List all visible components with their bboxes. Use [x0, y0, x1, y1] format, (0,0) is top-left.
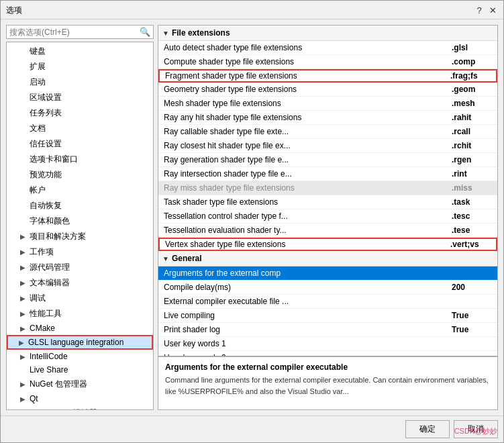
- settings-row[interactable]: Print shader log True: [158, 323, 497, 337]
- tree-item[interactable]: ▶GLSL language integration: [7, 335, 153, 350]
- setting-name: Print shader log: [164, 325, 452, 334]
- settings-row[interactable]: Ray generation shader type file e... .rg…: [158, 153, 497, 167]
- tree-item[interactable]: 启动: [7, 75, 153, 90]
- tree-item-label: 字体和颜色: [30, 215, 70, 227]
- tree-item[interactable]: 信任设置: [7, 136, 153, 152]
- tree-item-label: 文本编辑器: [30, 277, 70, 289]
- expand-icon: ▶: [20, 233, 27, 240]
- tree-item[interactable]: Live Share: [7, 363, 153, 377]
- tree-item[interactable]: 预览功能: [7, 167, 153, 183]
- settings-row[interactable]: Arguments for the external comp: [158, 266, 497, 281]
- help-button[interactable]: ?: [474, 5, 485, 16]
- left-panel: 🔍 键盘 扩展 启动 区域设置 任务列表 文档 信任设置 选项卡和窗口 预览功能…: [6, 25, 154, 410]
- settings-row[interactable]: Auto detect shader type file extensions …: [158, 41, 497, 55]
- search-input[interactable]: [9, 28, 137, 37]
- settings-row[interactable]: Ray callable shader type file exte... .r…: [158, 125, 497, 139]
- tree-panel[interactable]: 键盘 扩展 启动 区域设置 任务列表 文档 信任设置 选项卡和窗口 预览功能 帐…: [6, 42, 154, 410]
- setting-value: .tesc: [452, 211, 492, 221]
- description-panel: Arguments for the external compiler exec…: [158, 356, 497, 409]
- tree-item-label: 工作项: [30, 246, 54, 258]
- setting-name: Auto detect shader type file extensions: [164, 43, 452, 52]
- setting-value: .task: [452, 197, 492, 207]
- settings-row[interactable]: Ray miss shader type file extensions .mi…: [158, 181, 497, 195]
- setting-name: User key words 1: [164, 339, 452, 348]
- settings-row[interactable]: Compile delay(ms) 200: [158, 281, 497, 295]
- settings-row[interactable]: Compute shader type file extensions .com…: [158, 55, 497, 69]
- settings-row[interactable]: User key words 2: [158, 351, 497, 356]
- title-bar: 选项 ? ✕: [1, 1, 503, 19]
- setting-value: .tese: [452, 226, 492, 235]
- setting-value: True: [452, 325, 492, 334]
- settings-row[interactable]: Tessellation control shader type f... .t…: [158, 209, 497, 224]
- expand-icon: ▶: [20, 381, 27, 388]
- tree-item[interactable]: 扩展: [7, 59, 153, 75]
- settings-row[interactable]: Vertex shader type file extensions .vert…: [158, 238, 497, 251]
- settings-row[interactable]: Tessellation evaluation shader ty... .te…: [158, 224, 497, 238]
- setting-name: Mesh shader type file extensions: [164, 99, 452, 108]
- tree-item[interactable]: ▶工作项: [7, 244, 153, 260]
- settings-row[interactable]: Ray any hit shader type file extensions …: [158, 111, 497, 125]
- setting-value: True: [452, 311, 492, 320]
- tree-item[interactable]: 自动恢复: [7, 198, 153, 213]
- settings-row[interactable]: Task shader type file extensions .task: [158, 195, 497, 209]
- setting-name: Tessellation evaluation shader ty...: [164, 226, 452, 235]
- settings-row[interactable]: Ray closest hit shader type file ex... .…: [158, 139, 497, 153]
- expand-icon: ▶: [20, 310, 27, 317]
- tree-item-label: 预览功能: [30, 169, 62, 181]
- tree-item[interactable]: ▶源代码管理: [7, 260, 153, 275]
- tree-item-label: 文档: [30, 123, 46, 134]
- setting-value: 200: [452, 283, 492, 292]
- tree-item[interactable]: 字体和颜色: [7, 213, 153, 229]
- tree-item[interactable]: 任务列表: [7, 105, 153, 121]
- tree-item[interactable]: 选项卡和窗口: [7, 152, 153, 167]
- setting-name: Tessellation control shader type f...: [164, 211, 452, 221]
- tree-item[interactable]: ▶CMake: [7, 322, 153, 335]
- right-panel: ▼File extensions Auto detect shader type…: [158, 25, 498, 410]
- settings-row[interactable]: User key words 1: [158, 337, 497, 351]
- settings-row[interactable]: External compiler executable file ...: [158, 295, 497, 309]
- expand-icon: ▶: [20, 325, 27, 332]
- setting-name: Geometry shader type file extensions: [164, 85, 452, 94]
- tree-item-label: 任务列表: [30, 107, 62, 119]
- search-icon: 🔍: [140, 27, 150, 37]
- settings-list: ▼File extensions Auto detect shader type…: [158, 26, 497, 356]
- tree-item[interactable]: ▶调试: [7, 291, 153, 306]
- tree-item-label: 性能工具: [30, 308, 62, 319]
- tree-item[interactable]: 帐户: [7, 183, 153, 198]
- tree-item-label: NuGet 包管理器: [30, 379, 87, 390]
- settings-row[interactable]: Live compiling True: [158, 309, 497, 323]
- title-controls: ? ✕: [474, 5, 498, 16]
- section-header-file-ext[interactable]: ▼File extensions: [158, 26, 497, 41]
- settings-row[interactable]: Ray intersection shader type file e... .…: [158, 167, 497, 181]
- tree-item[interactable]: ▶文本编辑器: [7, 275, 153, 291]
- tree-item[interactable]: ▶性能工具: [7, 306, 153, 322]
- setting-value: .miss: [452, 183, 492, 193]
- expand-icon: ▶: [20, 395, 27, 403]
- tree-item[interactable]: ▶项目和解决方案: [7, 229, 153, 244]
- tree-item[interactable]: ▶NuGet 包管理器: [7, 377, 153, 392]
- expand-icon: ▶: [20, 295, 27, 302]
- dialog-content: 🔍 键盘 扩展 启动 区域设置 任务列表 文档 信任设置 选项卡和窗口 预览功能…: [6, 25, 498, 410]
- collapse-icon: ▼: [162, 30, 169, 37]
- tree-item[interactable]: 区域设置: [7, 90, 153, 105]
- tree-item[interactable]: ▶Web Forms 设计器: [7, 405, 153, 410]
- collapse-icon: ▼: [162, 255, 169, 262]
- tree-item[interactable]: ▶IntelliCode: [7, 350, 153, 363]
- watermark: CSDN@妙妙: [454, 426, 497, 436]
- settings-row[interactable]: Geometry shader type file extensions .ge…: [158, 83, 497, 97]
- section-header-general[interactable]: ▼General: [158, 251, 497, 266]
- search-box: 🔍: [6, 25, 154, 39]
- tree-item[interactable]: 键盘: [7, 44, 153, 59]
- tree-item-label: 区域设置: [30, 92, 62, 103]
- settings-row[interactable]: Fragment shader type file extensions .fr…: [158, 69, 497, 83]
- ok-button[interactable]: 确定: [405, 420, 450, 438]
- settings-row[interactable]: Mesh shader type file extensions .mesh: [158, 97, 497, 111]
- tree-item-label: 扩展: [30, 61, 46, 72]
- setting-name: Ray intersection shader type file e...: [164, 169, 452, 179]
- setting-name: Task shader type file extensions: [164, 197, 452, 207]
- close-button[interactable]: ✕: [487, 5, 498, 16]
- tree-item[interactable]: 文档: [7, 121, 153, 136]
- tree-item[interactable]: ▶Qt: [7, 392, 153, 405]
- expand-icon: ▶: [20, 279, 27, 287]
- tree-item-label: 源代码管理: [30, 262, 70, 273]
